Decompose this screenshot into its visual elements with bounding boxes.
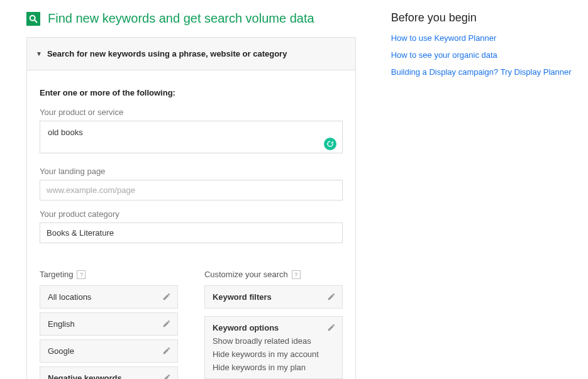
link-how-to-use[interactable]: How to use Keyword Planner xyxy=(391,33,588,43)
panel-header[interactable]: ▼ Search for new keywords using a phrase… xyxy=(27,38,355,70)
svg-point-0 xyxy=(30,15,35,20)
keyword-filters-option[interactable]: Keyword filters xyxy=(204,285,343,309)
pencil-icon xyxy=(327,323,336,334)
landing-page-label: Your landing page xyxy=(40,167,343,176)
enter-label: Enter one or more of the following: xyxy=(40,88,343,97)
svg-line-1 xyxy=(35,20,37,23)
customize-heading-text: Customize your search xyxy=(204,270,288,279)
page-title: Find new keywords and get search volume … xyxy=(48,11,314,26)
sidebar: Before you begin How to use Keyword Plan… xyxy=(391,11,588,379)
negative-keywords-option[interactable]: Negative keywords xyxy=(40,366,178,379)
pencil-icon xyxy=(327,292,336,303)
option-line: Show broadly related ideas xyxy=(213,336,335,346)
help-icon[interactable]: ? xyxy=(77,270,86,279)
page-title-row: Find new keywords and get search volume … xyxy=(26,11,356,26)
customize-heading: Customize your search ? xyxy=(204,270,343,279)
targeting-heading-text: Targeting xyxy=(40,270,73,279)
keyword-options-title: Keyword options xyxy=(213,323,279,332)
keyword-filters-text: Keyword filters xyxy=(213,292,272,302)
network-text: Google xyxy=(48,346,74,356)
language-text: English xyxy=(48,319,75,329)
language-option[interactable]: English xyxy=(40,312,178,336)
search-panel: ▼ Search for new keywords using a phrase… xyxy=(26,37,356,379)
grammarly-icon[interactable] xyxy=(324,138,336,150)
chevron-down-icon: ▼ xyxy=(36,50,42,57)
product-category-input[interactable] xyxy=(40,222,343,243)
targeting-column: Targeting ? All locations English Go xyxy=(40,270,178,379)
pencil-icon xyxy=(162,292,171,303)
link-organic-data[interactable]: How to see your organic data xyxy=(391,50,588,60)
pencil-icon xyxy=(162,373,171,379)
pencil-icon xyxy=(162,346,171,357)
pencil-icon xyxy=(162,319,171,330)
option-line: Hide keywords in my plan xyxy=(213,363,335,372)
product-service-label: Your product or service xyxy=(40,107,343,117)
options-columns: Targeting ? All locations English Go xyxy=(40,270,343,379)
panel-body: Enter one or more of the following: Your… xyxy=(27,70,355,379)
locations-text: All locations xyxy=(48,292,91,302)
link-display-planner[interactable]: Building a Display campaign? Try Display… xyxy=(391,67,588,77)
locations-option[interactable]: All locations xyxy=(40,285,178,309)
product-category-label: Your product category xyxy=(40,209,343,219)
search-icon xyxy=(26,12,40,26)
product-service-input[interactable] xyxy=(40,121,343,153)
sidebar-heading: Before you begin xyxy=(391,11,588,25)
panel-header-title: Search for new keywords using a phrase, … xyxy=(47,49,287,58)
targeting-heading: Targeting ? xyxy=(40,270,178,279)
product-service-wrap xyxy=(40,121,343,155)
landing-page-input[interactable] xyxy=(40,180,343,200)
option-line: Hide keywords in my account xyxy=(213,349,335,359)
help-icon[interactable]: ? xyxy=(292,270,301,279)
main-column: Find new keywords and get search volume … xyxy=(26,11,356,379)
network-option[interactable]: Google xyxy=(40,339,178,363)
negative-keywords-text: Negative keywords xyxy=(48,373,122,379)
customize-column: Customize your search ? Keyword filters … xyxy=(204,270,343,379)
keyword-options-option[interactable]: Keyword options Show broadly related ide… xyxy=(204,316,343,379)
